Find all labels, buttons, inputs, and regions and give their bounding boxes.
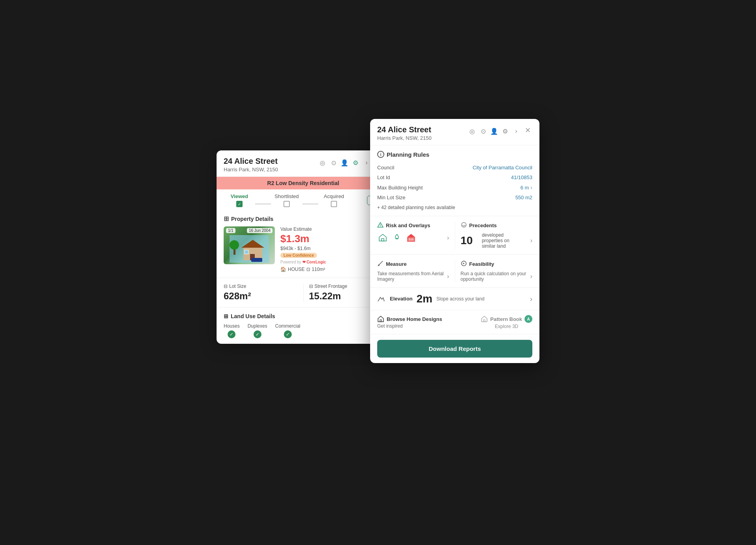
back-card: 24 Alice Street Harris Park, NSW, 2150 ◎… [217,150,390,344]
land-use-section: ⊞ Land Use Details Houses ✓ Duplexes ✓ C… [217,308,390,344]
corelogic-logo: ❤ CoreLogic [302,260,326,264]
image-count-badge: 1/1 [226,228,235,233]
home-designs-section: Browse Home Designs Get inspired Pattern… [370,310,539,334]
pattern-book-icon [481,315,488,323]
pattern-book-title: Pattern Book A [481,315,532,323]
svg-rect-13 [409,238,410,241]
measure-description: Take measurements from Aerial Imagery [377,271,447,282]
house-illustration [230,235,269,263]
planning-rules-title: i Planning Rules [377,151,532,158]
precedents-svg-icon [461,222,467,228]
elevation-section: Elevation 2m Slope across your land › [370,288,539,310]
property-icon: ⊞ [224,215,229,222]
measure-arrow-icon[interactable]: › [447,273,449,280]
pattern-book-subtitle: Explore 3D [495,324,518,329]
chevron-right-icon[interactable]: › [362,158,371,167]
settings-icon[interactable]: ⚙ [351,158,360,167]
risk-overlays-title: Risk and Overlays [377,222,449,229]
home-designs-subtitle: Get inspired [377,323,442,329]
council-value: City of Parramatta Council [472,165,532,171]
measure-icon [377,260,384,268]
precedents-icon [461,222,467,229]
precedents-count: 10 [461,234,473,247]
elevation-description: Slope across your land [436,296,484,302]
front-target-icon[interactable]: ⊙ [479,127,487,135]
commercial-check: ✓ [284,330,292,338]
risk-bank-icon [406,232,417,243]
svg-rect-6 [245,250,248,254]
person-icon[interactable]: 👤 [340,158,349,167]
elevation-value: 2m [417,293,432,305]
pattern-book-badge: A [524,315,532,323]
land-use-icon: ⊞ [224,313,228,319]
elevation-arrow-icon[interactable]: › [530,295,532,303]
max-height-row[interactable]: Max Building Height 6 m › [377,182,532,193]
front-location-icon[interactable]: ◎ [468,127,476,135]
acquired-checkbox[interactable] [331,201,337,207]
location-icon[interactable]: ◎ [318,158,327,167]
tab-shortlisted[interactable]: Shortlisted [271,193,302,207]
value-range: $943k - $1.6m [280,246,383,251]
front-card-header: 24 Alice Street Harris Park, NSW, 2150 ◎… [370,119,539,145]
measure-feasibility-section: Measure Take measurements from Aerial Im… [370,255,539,288]
feasibility-title: Feasibility [461,260,533,268]
svg-marker-12 [407,234,415,237]
target-icon[interactable]: ⊙ [329,158,338,167]
acquired-label: Acquired [324,193,344,199]
front-chevron-right-icon[interactable]: › [512,127,521,135]
lot-id-label: Lot Id [377,174,390,180]
lot-id-row: Lot Id 41/10853 [377,172,532,182]
powered-by: Powered by ❤ CoreLogic [280,260,383,264]
connector-1 [255,204,271,204]
back-card-title: 24 Alice Street [224,157,278,166]
front-person-icon[interactable]: 👤 [490,127,498,135]
council-label: Council [377,165,394,171]
lot-size-icon: ⊟ [224,284,228,289]
value-amount: $1.3m [280,233,383,245]
tab-viewed[interactable]: Viewed ✓ [224,193,255,207]
front-card-title: 24 Alice Street [377,125,432,134]
shortlisted-checkbox[interactable] [284,201,290,207]
info-icon: i [377,151,384,158]
tab-acquired[interactable]: Acquired [318,193,350,207]
commercial-label: Commercial [275,323,300,329]
area-icon: ⊡ [306,267,310,272]
feasibility-arrow-icon[interactable]: › [530,273,532,280]
measure-item: Measure Take measurements from Aerial Im… [377,260,455,282]
svg-point-9 [380,226,381,227]
risk-icons-row: › [377,232,449,243]
viewed-checkbox[interactable]: ✓ [236,201,243,207]
risk-precedents-section: Risk and Overlays [370,216,539,255]
risk-house-icon [377,232,388,243]
precedents-title: Precedents [461,222,533,229]
front-settings-icon[interactable]: ⚙ [501,127,510,135]
max-height-value: 6 m › [521,184,532,191]
back-card-subtitle: Harris Park, NSW, 2150 [224,167,278,172]
front-card-close-button[interactable]: ✕ [523,126,532,135]
max-height-chevron: › [530,184,532,191]
front-card-subtitle: Harris Park, NSW, 2150 [377,135,432,141]
elevation-icon [377,294,385,302]
risk-overlays-item: Risk and Overlays [377,222,455,249]
metrics-row: ⊟ Lot Size 628m² ⊟ Street Frontage 15.22… [217,278,390,308]
min-lot-label: Min Lot Size [377,195,406,200]
feasibility-item: Feasibility Run a quick calculation on y… [455,260,533,282]
duplexes-check: ✓ [254,330,261,338]
lot-size-value: 628m² [224,291,298,302]
feasibility-icon [461,260,467,268]
planning-rules-section: i Planning Rules Council City of Parrama… [370,145,539,216]
back-card-icons: ◎ ⊙ 👤 ⚙ › [318,158,371,167]
back-card-header: 24 Alice Street Harris Park, NSW, 2150 ◎… [217,150,390,177]
confidence-badge: Low Confidence [280,253,317,258]
more-rules: + 42 detailed planning rules available [377,205,532,210]
measure-title: Measure [377,260,449,268]
land-use-duplexes: Duplexes ✓ [248,323,267,338]
status-tabs: Viewed ✓ Shortlisted Acquired [217,189,390,209]
risk-chevron-icon[interactable]: › [447,234,449,241]
precedents-arrow-icon[interactable]: › [530,237,532,244]
cards-wrapper: 24 Alice Street Harris Park, NSW, 2150 ◎… [217,119,539,426]
houses-check: ✓ [228,330,235,338]
property-image: 1/1 16 Jun 2004 [224,226,275,264]
download-reports-button[interactable]: Download Reports [377,340,532,358]
svg-rect-7 [251,258,262,262]
